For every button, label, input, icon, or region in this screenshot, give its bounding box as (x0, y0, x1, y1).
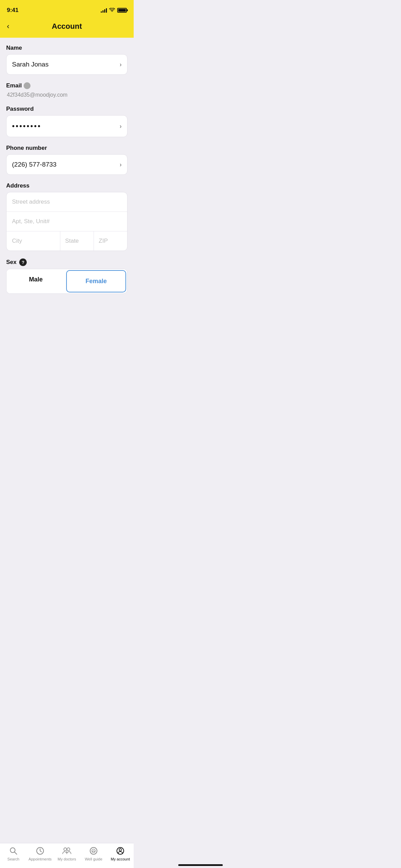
password-label: Password (6, 106, 127, 112)
status-bar: 9:41 (0, 0, 134, 19)
password-chevron-icon: › (120, 123, 122, 130)
female-option[interactable]: Female (66, 270, 126, 292)
male-option[interactable]: Male (7, 269, 65, 293)
zip-field[interactable]: ZIP (94, 231, 127, 251)
status-icons (101, 8, 127, 13)
sex-help-icon[interactable]: ? (19, 258, 27, 266)
email-label: Email (6, 82, 127, 89)
signal-icon (101, 8, 107, 13)
email-section: Email 42f34d35@moodjoy.com (6, 82, 127, 98)
address-bottom-row: City State ZIP (7, 231, 127, 251)
name-section: Name Sarah Jonas › (6, 45, 127, 75)
apt-address-field[interactable]: Apt, Ste, Unit# (7, 212, 127, 231)
page-title: Account (52, 22, 82, 31)
phone-field[interactable]: (226) 577-8733 › (6, 154, 127, 175)
back-button[interactable]: ‹ (7, 22, 9, 31)
address-box: Street address Apt, Ste, Unit# City Stat… (6, 192, 127, 251)
phone-section: Phone number (226) 577-8733 › (6, 145, 127, 175)
email-dot-icon (24, 82, 31, 89)
password-section: Password •••••••• › (6, 106, 127, 137)
state-field[interactable]: State (60, 231, 94, 251)
sex-label: Sex ? (6, 258, 127, 266)
address-section: Address Street address Apt, Ste, Unit# C… (6, 182, 127, 251)
status-time: 9:41 (7, 7, 19, 14)
name-label: Name (6, 45, 127, 51)
city-field[interactable]: City (7, 231, 60, 251)
phone-value: (226) 577-8733 (12, 161, 120, 168)
wifi-icon (109, 8, 115, 13)
content: Name Sarah Jonas › Email 42f34d35@moodjo… (0, 38, 134, 332)
password-value: •••••••• (12, 122, 120, 131)
name-field[interactable]: Sarah Jonas › (6, 54, 127, 75)
header: ‹ Account (0, 19, 134, 38)
name-value: Sarah Jonas (12, 61, 120, 68)
street-address-field[interactable]: Street address (7, 192, 127, 212)
phone-chevron-icon: › (120, 161, 122, 168)
battery-icon (117, 8, 127, 13)
email-value: 42f34d35@moodjoy.com (6, 92, 127, 98)
password-field[interactable]: •••••••• › (6, 115, 127, 137)
phone-label: Phone number (6, 145, 127, 152)
sex-toggle: Male Female (6, 269, 127, 294)
address-label: Address (6, 182, 127, 189)
sex-section: Sex ? Male Female (6, 258, 127, 294)
name-chevron-icon: › (120, 61, 122, 68)
